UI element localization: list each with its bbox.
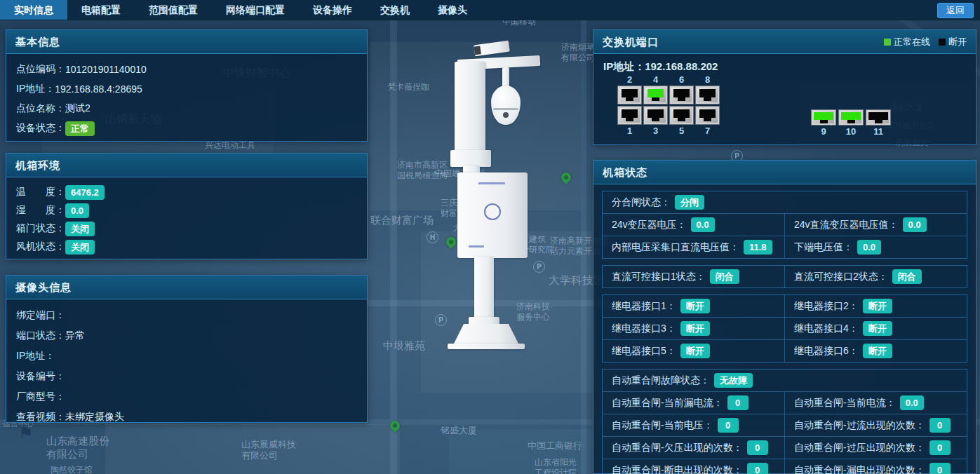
port-slot	[673, 89, 690, 97]
field-row: 端口状态：异常	[16, 325, 357, 346]
nav-tabs: 实时信息电箱配置范围值配置网络端口配置设备操作交换机摄像头	[0, 0, 481, 20]
panel-basic-info: 基本信息 点位编码：101201901140010IP地址：192.168.88…	[6, 29, 368, 142]
status-label: 24v变压器电压：	[612, 219, 687, 231]
switch-port-10	[838, 109, 864, 126]
switch-port-4	[643, 86, 668, 104]
status-cell: 自动重合闸故障状态：无故障	[603, 370, 967, 391]
device-pole	[474, 257, 494, 321]
status-table: 自动重合闸故障状态：无故障自动重合闸-当前漏电流：0自动重合闸-当前电流：0.0…	[602, 369, 967, 474]
map-label: 联合财富广场	[370, 214, 434, 227]
port-slot	[622, 89, 638, 97]
panel-title: 交换机端口	[603, 36, 659, 48]
switch-port-2	[617, 86, 642, 104]
map-label: 梵卡薇捏咖	[387, 82, 429, 93]
map-label: 山东高速股份 有限公司	[46, 435, 109, 461]
legend-color-square	[884, 39, 891, 46]
map-label: 济南烟草 有限公司	[561, 42, 595, 63]
switch-port-11	[866, 109, 891, 126]
field-value: 192.168.88.4:28695	[55, 83, 142, 95]
switch-ports-body: IP地址：192.168.88.202 21436587 91011	[593, 54, 976, 144]
field-value: 101201901140010	[65, 64, 147, 75]
status-cell: 24v直流变压器电压值：0.0	[784, 214, 967, 236]
field-row: 设备编号：	[16, 366, 357, 386]
field-row: 查看视频：未绑定摄像头	[16, 407, 357, 427]
status-cell: 自动重合闸-当前电流：0.0	[784, 392, 967, 414]
status-cell: 继电器接口5：断开	[603, 340, 784, 362]
status-label: 继电器接口5：	[612, 345, 676, 358]
switch-ip-value: 192.168.88.202	[645, 60, 718, 72]
status-cell: 分合闸状态：分闸	[603, 191, 967, 213]
status-badge: 断开	[680, 299, 710, 313]
status-label: 下端电压值：	[794, 241, 853, 254]
port-tab	[704, 97, 711, 101]
status-badge: 正常	[65, 121, 95, 136]
tab-switch[interactable]: 交换机	[366, 0, 424, 20]
switch-ip: IP地址：192.168.88.202	[603, 60, 718, 74]
status-label: 继电器接口1：	[612, 300, 676, 313]
status-cell: 继电器接口3：断开	[603, 318, 784, 339]
status-label: 继电器接口2：	[794, 300, 859, 313]
dome-camera	[491, 86, 521, 125]
back-button[interactable]: 返回	[937, 3, 974, 18]
field-label: 查看视频：	[16, 411, 65, 424]
status-label: 继电器接口3：	[612, 323, 676, 335]
status-cell: 自动重合闸-当前电压：0	[603, 414, 784, 436]
legend-label: 断开	[948, 36, 967, 47]
port-slot	[814, 112, 833, 120]
field-label: 湿 度：	[16, 204, 65, 217]
field-row: 箱门状态：关闭	[16, 219, 357, 238]
port-tab	[626, 97, 633, 101]
field-row: 湿 度：0.0	[16, 201, 357, 219]
port-slot	[868, 112, 888, 120]
tab-camera[interactable]: 摄像头	[424, 0, 481, 20]
tab-box-config[interactable]: 电箱配置	[67, 0, 135, 20]
status-label: 自动重合闸-过压出现的次数：	[794, 442, 925, 454]
port-slot	[699, 89, 716, 97]
dome-camera-band	[493, 108, 518, 110]
device-base	[453, 324, 519, 345]
map-label: 山东省阳光 工程设计院	[535, 457, 577, 474]
port-number: 4	[653, 74, 658, 85]
field-row: 绑定端口：	[16, 305, 357, 325]
status-row: 24v变压器电压：0.024v直流变压器电压值：0.0	[603, 213, 967, 236]
tab-device-operation[interactable]: 设备操作	[299, 0, 366, 20]
field-label: 设备编号：	[16, 370, 65, 383]
status-badge: 断开	[680, 344, 710, 358]
port-tab	[847, 120, 855, 123]
status-cell: 自动重合闸-漏电出现的次数：0	[784, 459, 967, 474]
status-cell: 自动重合闸-当前漏电流：0	[603, 392, 784, 414]
status-badge: 0.0	[691, 217, 715, 232]
status-row: 继电器接口5：断开继电器接口6：断开	[603, 339, 967, 362]
status-label: 继电器接口4：	[794, 323, 859, 335]
panel-switch-ports: 正常在线断开 交换机端口 IP地址：192.168.88.202 2143658…	[593, 29, 976, 145]
status-label: 分合闸状态：	[612, 196, 671, 209]
tab-network-port-config[interactable]: 网络端口配置	[212, 0, 299, 20]
status-row: 自动重合闸-当前电压：0自动重合闸-过流出现的次数：0	[603, 414, 967, 436]
legend-label: 正常在线	[894, 36, 930, 47]
status-row: 内部电压采集口直流电压值：11.8下端电压值：0.0	[603, 236, 967, 258]
status-badge: 6476.2	[65, 185, 105, 200]
device-head-column	[455, 62, 485, 151]
status-cell: 自动重合闸-过压出现的次数：0	[784, 437, 967, 459]
status-label: 自动重合闸-当前电流：	[794, 397, 896, 409]
switch-port-6	[669, 86, 694, 104]
status-label: 自动重合闸-漏电出现的次数：	[794, 464, 925, 474]
port-number: 11	[873, 126, 883, 137]
status-badge: 0	[929, 463, 951, 474]
port-tab	[652, 97, 659, 101]
status-label: 自动重合闸-断电出现的次数：	[612, 464, 743, 474]
status-cell: 继电器接口1：断开	[603, 295, 784, 317]
switch-port-5	[669, 106, 694, 125]
tab-range-config[interactable]: 范围值配置	[135, 0, 212, 20]
status-cell: 继电器接口2：断开	[784, 295, 967, 317]
basic-info-fields: 点位编码：101201901140010IP地址：192.168.88.4:28…	[6, 54, 367, 144]
status-badge: 0	[747, 463, 768, 474]
port-slot	[841, 112, 861, 120]
port-column: 87	[695, 74, 720, 136]
port-column: 11	[866, 109, 891, 137]
status-badge: 闭合	[892, 269, 922, 284]
tab-realtime-info[interactable]: 实时信息	[0, 0, 67, 20]
status-cell: 24v变压器电压：0.0	[603, 214, 784, 236]
field-label: IP地址：	[16, 83, 55, 95]
port-slot	[699, 109, 716, 118]
